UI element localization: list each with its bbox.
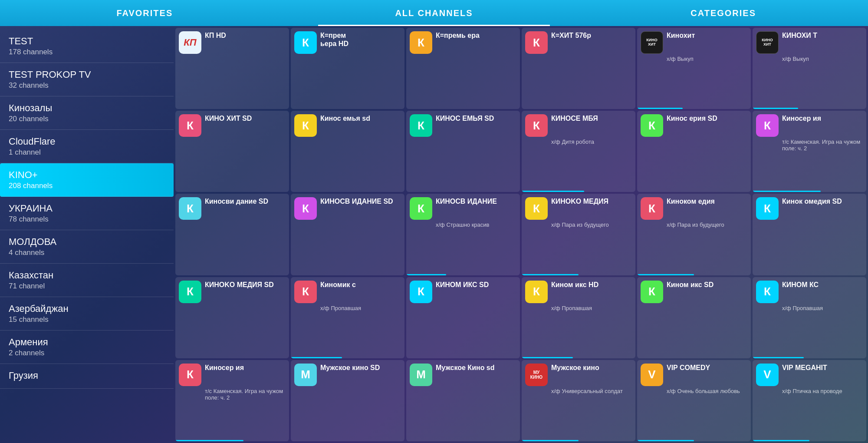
channel-card-muzhskoe-kino-sd[interactable]: М Мужское кино SD: [291, 360, 404, 441]
channel-card-kinokomedia-sd[interactable]: К Кинок омедия SD: [753, 194, 866, 275]
channel-card-kinosemya-sd-1[interactable]: К Кинос емья sd: [291, 111, 404, 192]
nav-categories-label: CATEGORIES: [690, 8, 756, 18]
channel-subtitle-kinoseriya-sd-2: т/с Каменская. Игра на чужом поле: ч. 2: [756, 139, 863, 152]
channel-card-kinomix-hd[interactable]: К Кином икс HD х/ф Пропавшая: [522, 277, 635, 358]
channel-subtitle-kinoseriya-2: т/с Каменская. Игра на чужом поле: ч. 2: [179, 388, 286, 401]
sidebar-item-count-5: 78 channels: [9, 215, 165, 224]
channel-logo-k-premiera: К: [410, 31, 432, 54]
sidebar-item-10[interactable]: Грузия: [0, 364, 174, 389]
sidebar-item-count-4: 208 channels: [9, 182, 165, 190]
channel-card-kinohit-1[interactable]: КИНОХИТ Кинохит х/ф Выкуп: [637, 28, 751, 109]
channel-card-kinosvid-sd-3[interactable]: К КИНОСВ ИДАНИЕ х/ф Страшно красив: [406, 194, 520, 275]
sidebar-item-count-2: 20 channels: [9, 115, 165, 123]
channel-card-vip-megahit[interactable]: V VIP MEGAHIT х/ф Птичка на проводе: [753, 360, 866, 441]
channel-subtitle-kinohit-2: х/ф Выкуп: [756, 56, 863, 62]
channel-name-kinohit-1: Кинохит: [667, 31, 747, 40]
sidebar-item-2[interactable]: Кинозалы 20 channels: [0, 96, 174, 130]
channel-name-kinomix-sd: КИНОМ ИКС SD: [436, 281, 516, 289]
channel-card-k-premiera[interactable]: К К=премь ера: [406, 28, 520, 109]
channel-card-kinomix-1[interactable]: К Киномик с х/ф Пропавшая: [291, 277, 404, 358]
channel-name-kinosvid-sd-1: Киносви дание SD: [205, 197, 286, 205]
channel-subtitle-kinomix-kc: х/ф Пропавшая: [756, 305, 863, 311]
channel-subtitle-kinosemya-sd-3: х/ф Дитя робота: [525, 139, 632, 145]
sidebar-item-name-10: Грузия: [9, 370, 165, 381]
channel-card-muzhskoe-kino-sd-2[interactable]: М Мужское Кино sd: [406, 360, 520, 441]
channel-card-vip-comedy[interactable]: V VIP COMEDY х/ф Очень большая любовь: [637, 360, 751, 441]
channel-name-kinoseriya-sd-1: Кинос ерия SD: [667, 114, 747, 122]
channel-card-kinoseriya-sd-1[interactable]: К Кинос ерия SD: [637, 111, 751, 192]
sidebar-item-8[interactable]: Азербайджан 15 channels: [0, 297, 174, 331]
sidebar-item-name-1: TEST PROKOP TV: [9, 69, 165, 80]
channel-logo-vip-megahit: V: [756, 364, 779, 386]
channel-logo-kinokomedia-2: К: [641, 197, 663, 220]
channel-name-muzhskoe-kino: Мужское кино: [551, 364, 632, 372]
channel-subtitle-kinokomedia-2: х/ф Пара из будущего: [641, 222, 747, 228]
channel-card-kinosemya-sd-2[interactable]: К КИНОС ЕМЬЯ SD: [406, 111, 520, 192]
channel-progress-kinomix-kc: [753, 357, 804, 358]
channel-card-kp-hd[interactable]: КП КП HD: [175, 28, 289, 109]
channel-subtitle-vip-megahit: х/ф Птичка на проводе: [756, 388, 863, 394]
channel-card-k-premiera-hd[interactable]: К К=премьера HD: [291, 28, 404, 109]
channel-name-kp-hd: КП HD: [205, 31, 286, 40]
channel-name-kinomix-sd-2: Кином икс SD: [667, 281, 747, 289]
channel-subtitle-vip-comedy: х/ф Очень большая любовь: [641, 388, 747, 394]
channel-card-kinokomedia-sd-2[interactable]: К КИНOKO МЕДИЯ SD: [175, 277, 289, 358]
sidebar-item-count-7: 71 channel: [9, 282, 165, 291]
channel-logo-muzhskoe-kino-sd: М: [294, 364, 317, 386]
channel-logo-kinomix-sd-2: К: [641, 281, 663, 303]
sidebar-item-5[interactable]: УКРАИНА 78 channels: [0, 197, 174, 230]
sidebar-item-1[interactable]: TEST PROKOP TV 32 channels: [0, 63, 174, 96]
nav-all-channels-label: ALL CHANNELS: [395, 8, 473, 18]
channel-name-kinomix-hd: Кином икс HD: [551, 281, 632, 289]
channel-logo-vip-comedy: V: [641, 364, 663, 386]
sidebar-item-count-1: 32 channels: [9, 81, 165, 90]
channel-logo-kinosvid-sd-3: К: [410, 197, 432, 220]
channel-name-muzhskoe-kino-sd: Мужское кино SD: [320, 364, 401, 372]
channel-progress-kinosvid-sd-3: [406, 274, 446, 275]
channel-logo-kinosvid-sd-1: К: [179, 197, 201, 220]
channel-card-kinomix-sd-2[interactable]: К Кином икс SD: [637, 277, 751, 358]
channel-logo-k-premiera-hd: К: [294, 31, 317, 54]
sidebar-item-name-4: KINO+: [9, 169, 165, 181]
channel-card-kinosvid-sd-1[interactable]: К Киносви дание SD: [175, 194, 289, 275]
channel-card-kinokomedia-2[interactable]: К Кинoком едия х/ф Пара из будущего: [637, 194, 751, 275]
channel-progress-kinomix-1: [291, 357, 342, 358]
sidebar-item-count-3: 1 channel: [9, 148, 165, 157]
nav-categories[interactable]: CATEGORIES: [579, 0, 868, 26]
channel-card-kinokomedia-1[interactable]: К КИНOKO МЕДИЯ х/ф Пара из будущего: [522, 194, 635, 275]
channel-card-kinohit-2[interactable]: КИНОХИТ КИНОХИ Т х/ф Выкуп: [753, 28, 866, 109]
sidebar-item-7[interactable]: Казахстан 71 channel: [0, 264, 174, 297]
sidebar-item-name-6: МОЛДОВА: [9, 236, 165, 248]
channel-progress-kinokomedia-2: [637, 274, 694, 275]
channel-card-muzhskoe-kino[interactable]: МУКИНО Мужское кино х/ф Универсальный со…: [522, 360, 635, 441]
channel-card-kinomix-sd[interactable]: К КИНОМ ИКС SD: [406, 277, 520, 358]
sidebar-item-9[interactable]: Армения 2 channels: [0, 331, 174, 364]
channel-logo-kinokomedia-1: К: [525, 197, 548, 220]
sidebar-item-name-9: Армения: [9, 337, 165, 348]
sidebar-item-0[interactable]: TEST 178 channels: [0, 30, 174, 63]
channel-card-kinoseriya-sd-2[interactable]: К Киносер ия т/с Каменская. Игра на чужо…: [753, 111, 866, 192]
channel-card-kinoseriya-2[interactable]: К Киносер ия т/с Каменская. Игра на чужо…: [175, 360, 289, 441]
sidebar-item-name-7: Казахстан: [9, 270, 165, 281]
sidebar-item-name-8: Азербайджан: [9, 303, 165, 314]
channel-card-k-hit-576[interactable]: К К=ХИТ 576р: [522, 28, 635, 109]
channel-card-kino-hit-sd[interactable]: К КИНО ХИТ SD: [175, 111, 289, 192]
channel-name-kinokomedia-1: КИНOKO МЕДИЯ: [551, 197, 632, 205]
channel-card-kinosvid-sd-2[interactable]: К КИНОСВ ИДАНИЕ SD: [291, 194, 404, 275]
channel-progress-kinoseriya-sd-2: [753, 191, 821, 192]
sidebar-item-4[interactable]: KINO+ 208 channels: [0, 163, 174, 197]
nav-favorites[interactable]: FAVORITES: [0, 0, 289, 26]
channel-name-k-hit-576: К=ХИТ 576р: [551, 31, 632, 40]
channel-progress-kinoseriya-2: [175, 440, 243, 441]
sidebar-item-count-9: 2 channels: [9, 349, 165, 357]
channel-logo-kp-hd: КП: [179, 31, 201, 54]
sidebar-item-6[interactable]: МОЛДОВА 4 channels: [0, 230, 174, 264]
channel-card-kinomix-kc[interactable]: К КИНОМ КС х/ф Пропавшая: [753, 277, 866, 358]
sidebar: TEST 178 channels TEST PROKOP TV 32 chan…: [0, 26, 174, 443]
channel-card-kinosemya-sd-3[interactable]: К КИНОСЕ МБЯ х/ф Дитя робота: [522, 111, 635, 192]
channel-progress-muzhskoe-kino: [522, 440, 579, 441]
sidebar-item-3[interactable]: CloudFlare 1 channel: [0, 130, 174, 163]
nav-all-channels[interactable]: ALL CHANNELS: [289, 0, 579, 26]
sidebar-item-count-8: 15 channels: [9, 315, 165, 324]
sidebar-item-count-6: 4 channels: [9, 248, 165, 257]
